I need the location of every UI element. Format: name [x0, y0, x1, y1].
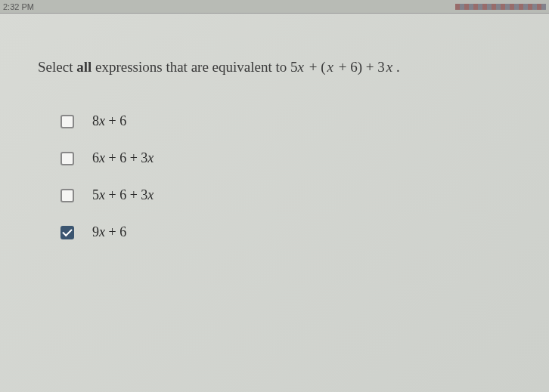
option-checkbox-2[interactable] — [60, 152, 74, 165]
option-label-2: 6x + 6 + 3x — [92, 150, 154, 166]
option-label-3: 5x + 6 + 3x — [92, 187, 154, 203]
option-row: 8x + 6 — [60, 113, 511, 129]
question-expression: 5x + (x + 6) + 3x — [290, 59, 392, 75]
question-middle: expressions that are equivalent to — [92, 59, 290, 75]
options-list: 8x + 6 6x + 6 + 3x 5x + 6 + 3x 9x + 6 — [38, 113, 511, 240]
clock-time: 2:32 PM — [3, 2, 34, 11]
option-row: 6x + 6 + 3x — [60, 150, 511, 166]
option-checkbox-3[interactable] — [60, 189, 74, 202]
option-label-4: 9x + 6 — [92, 224, 126, 240]
question-bold: all — [76, 59, 92, 75]
question-prompt: Select all expressions that are equivale… — [38, 59, 511, 76]
status-bar: 2:32 PM — [0, 0, 549, 14]
option-checkbox-4[interactable] — [60, 226, 74, 239]
option-row: 9x + 6 — [60, 224, 511, 240]
question-prefix: Select — [38, 59, 76, 75]
option-row: 5x + 6 + 3x — [60, 187, 511, 203]
question-suffix: . — [392, 59, 400, 75]
progress-indicator — [455, 4, 546, 10]
option-label-1: 8x + 6 — [92, 113, 126, 129]
question-content: Select all expressions that are equivale… — [0, 14, 549, 240]
option-checkbox-1[interactable] — [60, 115, 74, 128]
